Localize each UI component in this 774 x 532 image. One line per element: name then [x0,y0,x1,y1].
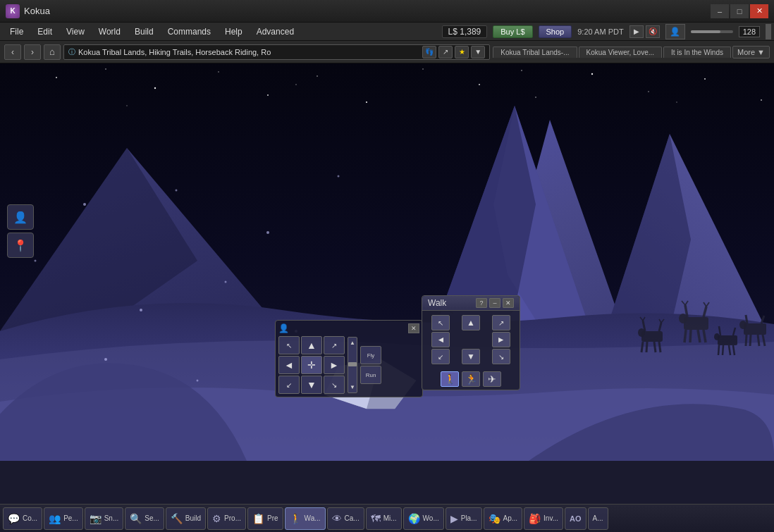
dpad-upright[interactable]: ↗ [324,336,345,354]
svg-line-76 [746,335,747,346]
walk-panel-controls: ? – ✕ [476,298,514,308]
svg-line-78 [758,335,759,346]
share-location-button[interactable]: ↗ [438,46,453,58]
movement-panel[interactable]: 👤 ✕ ↖ ▲ ↗ ◄ ✛ ► ↙ ▼ ↘ ▲ ▼ Fly Run [275,320,423,397]
walk-close-button[interactable]: ✕ [503,298,514,308]
viewport[interactable]: 👤 📍 👤 ✕ ↖ ▲ ↗ ◄ ✛ ► ↙ ▼ ↘ ▲ [0,63,774,461]
menu-advanced[interactable]: Advanced [250,25,301,38]
maximize-button[interactable]: □ [730,4,749,18]
menu-file[interactable]: File [3,25,30,38]
location-bar[interactable]: ⓘ Kokua Tribal Lands, Hiking Trails, Hor… [63,44,490,60]
home-button[interactable]: ⌂ [44,44,61,60]
walk-left-down[interactable]: ↙ [431,349,450,364]
more-tabs-button[interactable]: More ▼ [732,46,770,58]
dpad-up[interactable]: ▲ [301,336,322,354]
dpad-down[interactable]: ▼ [301,376,322,394]
walk-right-up[interactable]: ↗ [492,315,510,330]
taskbar-search[interactable]: 🔍 Se... [125,507,164,530]
taskbar-worldmap[interactable]: 🌍 Wo... [403,507,444,530]
close-button[interactable]: ✕ [750,4,768,18]
walk-up[interactable]: ▲ [462,315,480,330]
taskbar-people[interactable]: 👥 Pe... [44,507,83,530]
menu-commands[interactable]: Commands [161,25,218,38]
walk-minimize-button[interactable]: – [489,298,500,308]
sidebar-controls [766,24,771,39]
appearance-label: Ap... [503,514,518,522]
svg-line-73 [746,315,747,323]
media-play-button[interactable]: ▶ [629,25,644,38]
svg-point-59 [679,314,687,323]
taskbar-build[interactable]: 🔨 Build [166,507,206,530]
taskbar-walk[interactable]: 🚶 Wa... [285,507,326,530]
walk-right[interactable]: ► [492,332,510,347]
taskbar-conversations[interactable]: 💬 Co... [3,507,42,530]
walk-left[interactable]: ◄ [431,332,450,347]
run-button[interactable]: Run [360,366,381,384]
forward-button[interactable]: › [24,44,41,60]
svg-point-4 [218,71,219,73]
taskbar-profile[interactable]: ⚙ Pro... [207,507,246,530]
bookmark-button[interactable]: ★ [455,46,469,58]
walk-down[interactable]: ▼ [462,349,480,364]
svg-rect-52 [684,317,708,330]
sidebar-handle[interactable] [766,24,771,39]
menu-world[interactable]: World [92,25,128,38]
shop-button[interactable]: Shop [539,25,572,38]
dpad-center[interactable]: ✛ [301,356,322,374]
dpad-downleft[interactable]: ↙ [278,376,300,394]
taskbar-preferences[interactable]: 📋 Pre [247,507,283,530]
location-action-icons: 👣 ↗ ★ ▼ [422,46,485,58]
svg-point-1 [56,77,57,78]
location-panel-button[interactable]: 📍 [7,233,34,258]
people-panel-button[interactable]: 👤 [7,204,34,230]
minimap-label: Mi... [383,514,397,522]
teleport-button[interactable]: 👣 [422,46,436,58]
taskbar-extra[interactable]: A... [588,507,608,530]
tab-1[interactable]: Kokua Tribal Lands-... [493,47,577,58]
altitude-slider[interactable]: ▲ ▼ [348,337,357,393]
menu-build[interactable]: Build [128,25,161,38]
media-mute-button[interactable]: 🔇 [646,25,660,38]
back-button[interactable]: ‹ [4,44,21,60]
tab-2[interactable]: Kokua Viewer, Love... [579,47,663,58]
extra-label: A... [593,514,603,522]
dpad-right[interactable]: ► [324,356,345,374]
svg-line-51 [659,342,661,352]
avatar-icon[interactable]: 👤 [665,24,685,39]
inventory-label: Inv... [543,514,558,522]
location-dropdown-button[interactable]: ▼ [471,46,485,58]
buy-linden-button[interactable]: Buy L$ [493,25,532,38]
dpad-left[interactable]: ◄ [278,356,300,374]
svg-point-75 [739,321,747,329]
walk-help-button[interactable]: ? [476,298,487,308]
menu-edit[interactable]: Edit [30,25,59,38]
taskbar-appearance[interactable]: 🎭 Ap... [484,507,523,530]
menu-help[interactable]: Help [218,25,250,38]
walk-mode-run[interactable]: 🏃 [462,371,480,387]
walk-left-up[interactable]: ↖ [431,315,450,330]
taskbar-inventory[interactable]: 🎒 Inv... [524,507,563,530]
svg-point-31 [140,309,142,311]
movement-panel-close[interactable]: ✕ [408,323,419,333]
menu-view[interactable]: View [59,25,92,38]
taskbar-minimap[interactable]: 🗺 Mi... [366,507,402,530]
fly-button[interactable]: Fly [360,346,381,364]
taskbar-camera[interactable]: 👁 Ca... [327,507,364,530]
svg-point-17 [521,70,522,71]
walk-panel[interactable]: Walk ? – ✕ ↖ ▲ ↗ ◄ ► ↙ ▼ ↘ 🚶 🏃 ✈ [422,295,520,390]
walk-mode-walk[interactable]: 🚶 [441,371,459,387]
volume-slider[interactable] [691,30,733,33]
dpad-upleft[interactable]: ↖ [278,336,300,354]
svg-line-48 [641,342,643,352]
walk-mode-fly[interactable]: ✈ [483,371,501,387]
dpad-downright[interactable]: ↘ [324,376,345,394]
build-label: Build [185,514,201,522]
taskbar-snapshot[interactable]: 📷 Sn... [85,507,124,530]
preferences-icon: 📋 [252,513,264,524]
taskbar-ao[interactable]: AO [565,507,586,530]
svg-rect-64 [718,335,737,345]
tab-3[interactable]: It is In the Winds [663,47,731,58]
taskbar-places[interactable]: ▶ Pla... [446,507,482,530]
minimize-button[interactable]: – [711,4,729,18]
walk-right-down[interactable]: ↘ [492,349,510,364]
